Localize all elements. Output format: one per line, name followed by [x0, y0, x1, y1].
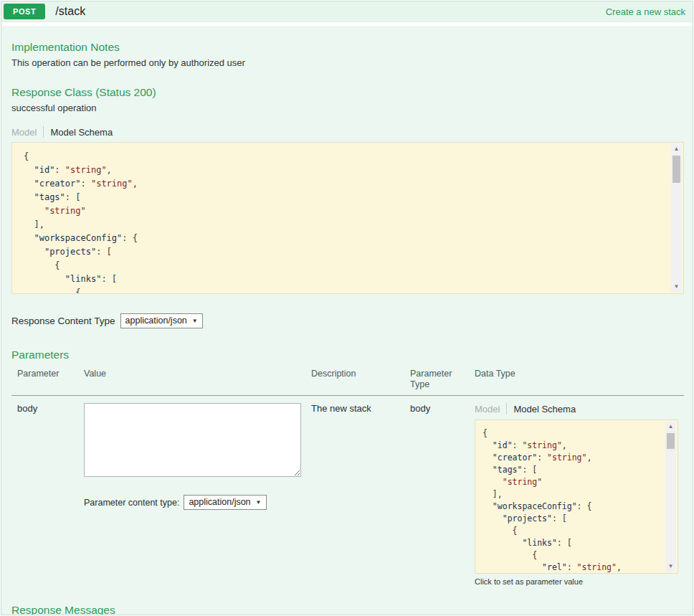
scrollbar-thumb[interactable]: [667, 433, 675, 449]
tab-model[interactable]: Model: [11, 127, 37, 138]
parameter-schema-json: { "id": "string", "creator": "string", "…: [475, 420, 678, 574]
operation-content: Implementation Notes This operation can …: [1, 26, 693, 615]
parameters-header-row: Parameter Value Description Parameter Ty…: [11, 366, 684, 396]
parameter-value-cell: Parameter content type: application/json…: [78, 396, 305, 587]
response-messages-title: Response Messages: [11, 586, 683, 615]
schema-scrollbar[interactable]: ▲ ▼: [671, 144, 682, 292]
implementation-notes-text: This operation can be performed only by …: [11, 57, 683, 69]
tab-model-schema[interactable]: Model Schema: [50, 127, 113, 138]
operation-heading-bar: POST /stack Create a new stack: [1, 1, 693, 22]
parameter-name: body: [11, 396, 78, 587]
tab-model[interactable]: Model: [475, 404, 500, 414]
scroll-down-icon[interactable]: ▼: [665, 561, 676, 572]
schema-click-hint: Click to set as parameter value: [475, 577, 678, 586]
col-value: Value: [78, 366, 305, 396]
tab-separator: [506, 403, 507, 414]
chevron-down-icon: ▼: [192, 318, 198, 324]
scrollbar-thumb[interactable]: [672, 156, 680, 183]
parameter-description: The new stack: [305, 396, 404, 587]
tab-separator: [43, 126, 44, 138]
endpoint-path[interactable]: /stack: [55, 5, 85, 18]
col-parameter-type: Parameter Type: [404, 366, 469, 396]
parameter-content-type-value: application/json: [189, 497, 250, 507]
response-class-title: Response Class (Status 200): [11, 69, 683, 99]
parameters-title: Parameters: [11, 328, 683, 361]
operation-panel: POST /stack Create a new stack Implement…: [1, 1, 693, 615]
parameter-content-type-label: Parameter content type:: [84, 498, 179, 508]
parameter-model-schema-block[interactable]: { "id": "string", "creator": "string", "…: [475, 420, 678, 574]
col-data-type: Data Type: [469, 366, 684, 396]
response-class-subtitle: successful operation: [11, 102, 683, 114]
implementation-notes-title: Implementation Notes: [11, 26, 683, 54]
response-content-type-value: application/json: [125, 316, 187, 326]
response-model-schema-block: { "id": "string", "creator": "string", "…: [11, 142, 684, 294]
parameter-schema-tabs: Model Model Schema: [475, 403, 678, 414]
parameter-content-type-select[interactable]: application/json ▼: [184, 495, 266, 510]
response-content-type-row: Response Content Type application/json ▼: [11, 313, 683, 328]
parameter-content-type-row: Parameter content type: application/json…: [84, 495, 300, 510]
col-parameter: Parameter: [11, 366, 78, 396]
response-content-type-select[interactable]: application/json ▼: [120, 313, 203, 328]
data-type-cell: Model Model Schema { "id": "string", "cr…: [469, 396, 684, 587]
table-row: body Parameter content type: application…: [11, 396, 684, 587]
scroll-up-icon[interactable]: ▲: [665, 422, 676, 432]
response-schema-json: { "id": "string", "creator": "string", "…: [12, 143, 683, 294]
tab-model-schema[interactable]: Model Schema: [513, 404, 576, 414]
response-schema-tabs: Model Model Schema: [11, 126, 683, 138]
chevron-down-icon: ▼: [256, 499, 262, 506]
schema-scrollbar[interactable]: ▲ ▼: [665, 422, 676, 572]
body-value-textarea[interactable]: [84, 403, 301, 477]
operation-summary-link[interactable]: Create a new stack: [606, 6, 685, 17]
response-content-type-label: Response Content Type: [11, 316, 115, 326]
parameters-table: Parameter Value Description Parameter Ty…: [11, 366, 684, 586]
parameter-type: body: [404, 396, 469, 587]
col-description: Description: [305, 366, 404, 396]
scroll-up-icon[interactable]: ▲: [671, 144, 682, 154]
http-method-badge[interactable]: POST: [4, 4, 45, 19]
scroll-down-icon[interactable]: ▼: [671, 282, 682, 292]
